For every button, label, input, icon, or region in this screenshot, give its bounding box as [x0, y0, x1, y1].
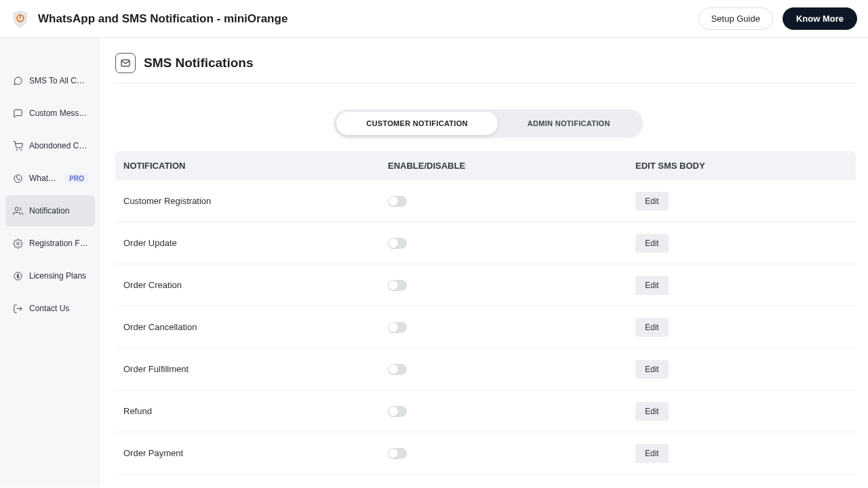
edit-cell: Edit [635, 234, 848, 253]
enable-toggle[interactable] [388, 322, 407, 333]
enable-toggle[interactable] [388, 280, 407, 291]
edit-button[interactable]: Edit [635, 360, 669, 379]
toggle-cell [388, 238, 635, 249]
table-row: Order CreationEdit [115, 264, 856, 306]
sidebar-item-licensing-plans[interactable]: Licensing Plans [5, 260, 95, 291]
message-square-icon [12, 108, 23, 119]
sidebar-item-whatsapp[interactable]: WhatsApp PRO [5, 163, 95, 194]
table-header: NOTIFICATION ENABLE/DISABLE EDIT SMS BOD… [115, 151, 856, 180]
tabs-container: CUSTOMER NOTIFICATION ADMIN NOTIFICATION [115, 109, 861, 138]
edit-cell: Edit [635, 360, 848, 379]
table-row: Customer RegistrationEdit [115, 180, 856, 222]
toggle-cell [388, 196, 635, 207]
dollar-icon [12, 270, 23, 281]
toggle-cell [388, 364, 635, 375]
sidebar-item-sms-all-customers[interactable]: SMS To All Customers [5, 65, 95, 96]
edit-button[interactable]: Edit [635, 234, 669, 253]
page-header: SMS Notifications [115, 53, 856, 83]
notification-name: Customer Registration [123, 196, 388, 206]
tab-admin-notification[interactable]: ADMIN NOTIFICATION [498, 112, 640, 135]
sidebar-item-notification[interactable]: Notification [5, 195, 95, 226]
sidebar-item-label: Registration Form Set... [29, 239, 88, 248]
edit-cell: Edit [635, 318, 848, 337]
edit-cell: Edit [635, 192, 848, 211]
app-title: WhatsApp and SMS Notification - miniOran… [38, 12, 288, 26]
sidebar-item-label: Contact Us [29, 304, 69, 313]
edit-cell: Edit [635, 444, 848, 463]
whatsapp-icon [12, 173, 23, 184]
enable-toggle[interactable] [388, 238, 407, 249]
edit-button[interactable]: Edit [635, 444, 669, 463]
sidebar-item-label: Custom Messages [29, 108, 88, 118]
edit-cell: Edit [635, 276, 848, 295]
table-body: Customer RegistrationEditOrder UpdateEdi… [115, 180, 856, 474]
toggle-cell [388, 406, 635, 417]
notification-name: Order Update [123, 238, 388, 248]
enable-toggle[interactable] [388, 406, 407, 417]
edit-button[interactable]: Edit [635, 402, 669, 421]
notification-name: Order Fulfillment [123, 364, 388, 374]
users-icon [12, 205, 23, 216]
setup-guide-button[interactable]: Setup Guide [698, 7, 773, 30]
edit-cell: Edit [635, 402, 848, 421]
pro-badge: PRO [65, 174, 88, 184]
col-enable-disable: ENABLE/DISABLE [388, 161, 635, 171]
sidebar-item-registration-form[interactable]: Registration Form Set... [5, 228, 95, 259]
table-row: Order FulfillmentEdit [115, 348, 856, 390]
notifications-table: NOTIFICATION ENABLE/DISABLE EDIT SMS BOD… [115, 151, 856, 474]
col-notification: NOTIFICATION [123, 161, 388, 171]
enable-toggle[interactable] [388, 448, 407, 459]
logout-icon [12, 303, 23, 314]
tab-customer-notification[interactable]: CUSTOMER NOTIFICATION [336, 112, 498, 135]
notification-name: Order Creation [123, 280, 388, 290]
topbar-left: WhatsApp and SMS Notification - miniOran… [11, 9, 288, 28]
table-row: Order PaymentEdit [115, 432, 856, 474]
topbar-right: Setup Guide Know More [698, 7, 857, 30]
edit-button[interactable]: Edit [635, 276, 669, 295]
toggle-cell [388, 322, 635, 333]
toggle-cell [388, 448, 635, 459]
table-row: RefundEdit [115, 390, 856, 432]
mail-icon [115, 53, 136, 73]
sidebar: SMS To All Customers Custom Messages Abo… [0, 38, 100, 487]
sidebar-item-label: Abondoned Cart Noti... [29, 141, 88, 150]
toggle-cell [388, 280, 635, 291]
main-content: SMS Notifications CUSTOMER NOTIFICATION … [100, 38, 868, 487]
col-edit-sms-body: EDIT SMS BODY [635, 161, 848, 171]
edit-button[interactable]: Edit [635, 318, 669, 337]
app-logo [11, 9, 30, 28]
know-more-button[interactable]: Know More [783, 7, 857, 30]
table-row: Order CancellationEdit [115, 306, 856, 348]
notification-name: Order Payment [123, 448, 388, 458]
tab-pill: CUSTOMER NOTIFICATION ADMIN NOTIFICATION [334, 109, 642, 138]
sidebar-item-label: Licensing Plans [29, 271, 86, 281]
topbar: WhatsApp and SMS Notification - miniOran… [0, 0, 868, 38]
svg-point-1 [16, 149, 17, 150]
settings-icon [12, 238, 23, 249]
enable-toggle[interactable] [388, 196, 407, 207]
table-row: Order UpdateEdit [115, 222, 856, 264]
notification-name: Order Cancellation [123, 322, 388, 332]
sidebar-item-label: Notification [29, 206, 69, 216]
sidebar-item-label: SMS To All Customers [29, 76, 88, 85]
svg-point-3 [14, 174, 21, 182]
notification-name: Refund [123, 406, 388, 416]
sidebar-item-abandoned-cart[interactable]: Abondoned Cart Noti... [5, 130, 95, 161]
svg-point-4 [15, 207, 18, 210]
edit-button[interactable]: Edit [635, 192, 669, 211]
enable-toggle[interactable] [388, 364, 407, 375]
sidebar-item-custom-messages[interactable]: Custom Messages [5, 98, 95, 129]
svg-point-5 [16, 242, 19, 245]
sidebar-item-label: WhatsApp [29, 174, 59, 183]
cart-icon [12, 140, 23, 151]
page-title: SMS Notifications [144, 56, 254, 70]
message-circle-icon [12, 75, 23, 86]
svg-point-2 [20, 149, 21, 150]
sidebar-item-contact-us[interactable]: Contact Us [5, 293, 95, 324]
